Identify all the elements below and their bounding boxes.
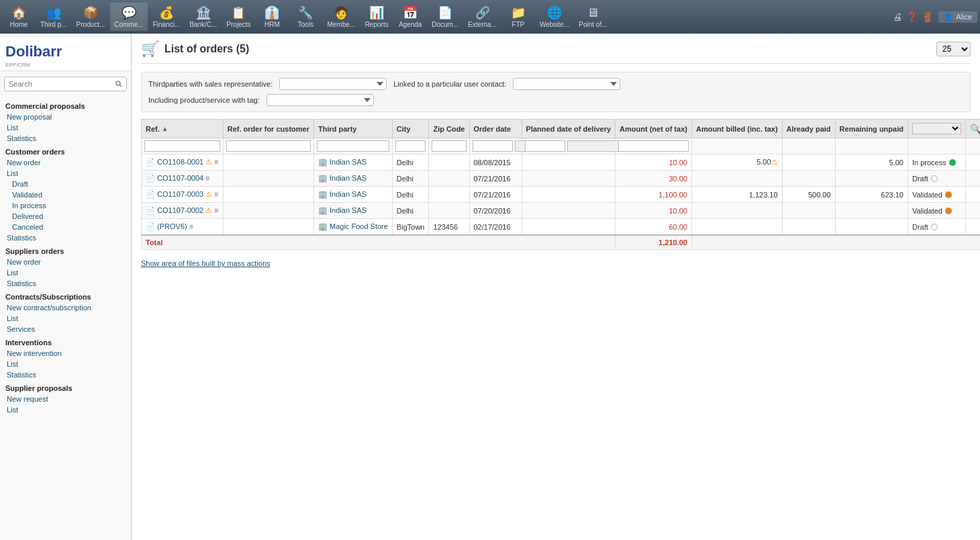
- sidebar-link-new-supplier-order[interactable]: New order: [0, 257, 131, 267]
- nav-home[interactable]: 🏠 Home: [3, 3, 35, 31]
- filter-tag[interactable]: [266, 94, 374, 106]
- nav-thirdparties[interactable]: 👥 Third p...: [36, 3, 70, 31]
- nav-hrm[interactable]: 👔 HRM: [256, 3, 288, 31]
- filter-zip-input[interactable]: [432, 140, 466, 152]
- col-header-zip[interactable]: Zip Code: [429, 120, 469, 138]
- col-header-thirdparty[interactable]: Third party: [313, 120, 392, 138]
- show-mass-actions-link[interactable]: Show area of files built by mass actions: [141, 259, 971, 267]
- col-header-orderdate[interactable]: Order date: [469, 120, 522, 138]
- sidebar-link-supplier-orders-list[interactable]: List: [0, 267, 131, 278]
- search-input[interactable]: [4, 77, 127, 91]
- nav-website[interactable]: 🌐 Website...: [536, 3, 573, 31]
- row-menu-icon[interactable]: ≡: [214, 158, 218, 166]
- nav-bank[interactable]: 🏦 Bank/C...: [185, 3, 221, 31]
- per-page-dropdown[interactable]: 25 50 100: [936, 42, 971, 56]
- filter-amountnet-input[interactable]: [618, 140, 689, 152]
- nav-documents[interactable]: 📄 Docum...: [428, 3, 462, 31]
- filter-sales-rep[interactable]: [279, 78, 387, 90]
- nav-tools[interactable]: 🔧 Tools: [289, 3, 322, 31]
- order-ref-link[interactable]: CO1108-0001: [157, 158, 203, 166]
- filter-planned-from[interactable]: [525, 140, 565, 152]
- filter-reforder-input[interactable]: [226, 140, 311, 152]
- nav-commercial[interactable]: 💬 Comme...: [110, 3, 147, 31]
- sidebar-link-contracts-list[interactable]: List: [0, 313, 131, 324]
- help-icon[interactable]: ❓: [906, 11, 918, 22]
- sidebar-link-orders-inprocess[interactable]: In process: [0, 200, 131, 211]
- order-ref-link[interactable]: CO1107-0002: [157, 206, 203, 214]
- col-header-actions: 🔍 ✖: [965, 120, 980, 138]
- row-menu-icon[interactable]: ≡: [205, 174, 209, 182]
- order-ref-link[interactable]: CO1107-0003: [157, 190, 203, 198]
- thirdparty-link[interactable]: Magic Food Store: [330, 222, 388, 230]
- filter-input-orderdate: [469, 138, 522, 154]
- col-header-ref[interactable]: Ref. ▲: [142, 120, 224, 138]
- sidebar-link-new-contract[interactable]: New contract/subscription: [0, 302, 131, 313]
- filter-user-contact[interactable]: [513, 78, 620, 90]
- sidebar-link-proposals-list[interactable]: List: [0, 122, 131, 133]
- filter-date-from[interactable]: [473, 140, 513, 152]
- col-header-alreadypaid[interactable]: Already paid: [782, 120, 835, 138]
- cell-zip: 123456: [429, 219, 469, 236]
- sidebar-link-orders-draft[interactable]: Draft: [0, 179, 131, 189]
- sidebar-link-orders-stats[interactable]: Statistics: [0, 232, 131, 243]
- sidebar-link-orders-delivered[interactable]: Delivered: [0, 211, 131, 222]
- row-menu-icon[interactable]: ≡: [214, 190, 218, 198]
- filter-input-tp: [313, 138, 392, 154]
- sidebar-link-new-request[interactable]: New request: [0, 394, 131, 404]
- filter-city-input[interactable]: [395, 140, 426, 152]
- nav-reports[interactable]: 📊 Reports: [360, 3, 393, 31]
- status-filter-dropdown[interactable]: Draft Validated In process Delivered Can…: [912, 123, 961, 134]
- sidebar-link-interventions-stats[interactable]: Statistics: [0, 369, 131, 380]
- search-toolbar-icon[interactable]: 🔍: [970, 124, 980, 134]
- sidebar-link-new-proposal[interactable]: New proposal: [0, 111, 131, 122]
- thirdparty-link[interactable]: Indian SAS: [330, 190, 366, 198]
- thirdparty-link[interactable]: Indian SAS: [330, 158, 366, 166]
- cell-city: Delhi: [392, 203, 429, 219]
- col-header-remaining[interactable]: Remaining unpaid: [835, 120, 908, 138]
- sidebar-link-orders-canceled[interactable]: Canceled: [0, 222, 131, 232]
- nav-external[interactable]: 🔗 Externa...: [464, 3, 501, 31]
- nav-agenda[interactable]: 📅 Agenda: [394, 3, 426, 31]
- filter-tp-input[interactable]: [317, 140, 389, 152]
- col-header-city[interactable]: City: [392, 120, 429, 138]
- orders-icon: 🛒: [141, 40, 159, 58]
- sidebar-link-supplier-proposals-list[interactable]: List: [0, 404, 131, 415]
- sidebar-link-services[interactable]: Services: [0, 324, 131, 334]
- nav-ftp[interactable]: 📁 FTP: [502, 3, 534, 31]
- col-header-amountnet[interactable]: Amount (net of tax): [616, 120, 692, 138]
- col-header-status[interactable]: Draft Validated In process Delivered Can…: [908, 120, 965, 138]
- cell-status: Validated: [908, 187, 965, 203]
- filter1-label: Thirdparties with sales representative:: [148, 80, 273, 88]
- sidebar-link-orders-validated[interactable]: Validated: [0, 189, 131, 200]
- cell-status: Draft: [908, 171, 965, 187]
- row-menu-icon[interactable]: ≡: [189, 222, 193, 230]
- sidebar-link-proposals-stats[interactable]: Statistics: [0, 133, 131, 144]
- col-header-reforder[interactable]: Ref. order for customer: [223, 120, 313, 138]
- sidebar-link-interventions-list[interactable]: List: [0, 359, 131, 369]
- row-menu-icon[interactable]: ≡: [214, 206, 218, 214]
- thirdparty-link[interactable]: Indian SAS: [330, 206, 366, 214]
- user-badge[interactable]: 👤 Alice: [938, 11, 977, 23]
- nav-members[interactable]: 🧑 Membe...: [323, 3, 359, 31]
- cell-ref: 📄 CO1107-0004 ≡: [142, 171, 224, 187]
- thirdparty-link[interactable]: Indian SAS: [330, 174, 366, 182]
- sidebar-link-new-order[interactable]: New order: [0, 157, 131, 168]
- nav-projects[interactable]: 📋 Projects: [222, 3, 254, 31]
- order-ref-link[interactable]: (PROV6): [157, 222, 187, 230]
- print-icon[interactable]: 🖨: [893, 11, 902, 22]
- sidebar-link-supplier-orders-stats[interactable]: Statistics: [0, 278, 131, 289]
- logout-icon[interactable]: 🚪: [922, 11, 933, 22]
- nav-financial[interactable]: 💰 Financi...: [149, 3, 185, 31]
- col-header-amountbilled[interactable]: Amount billed (inc. tax): [691, 120, 782, 138]
- nav-pointofsale[interactable]: 🖥 Point of...: [575, 3, 611, 31]
- members-icon: 🧑: [334, 5, 348, 20]
- home-icon: 🏠: [11, 5, 26, 20]
- col-header-planned[interactable]: Planned date of delivery: [522, 120, 616, 138]
- order-doc-icon: 📄: [146, 190, 155, 198]
- nav-products[interactable]: 📦 Product...: [72, 3, 109, 31]
- reports-icon: 📊: [369, 5, 384, 20]
- sidebar-link-orders-list[interactable]: List: [0, 168, 131, 179]
- order-ref-link[interactable]: CO1107-0004: [157, 174, 203, 182]
- sidebar-link-new-intervention[interactable]: New intervention: [0, 348, 131, 359]
- filter-ref-input[interactable]: [144, 140, 220, 152]
